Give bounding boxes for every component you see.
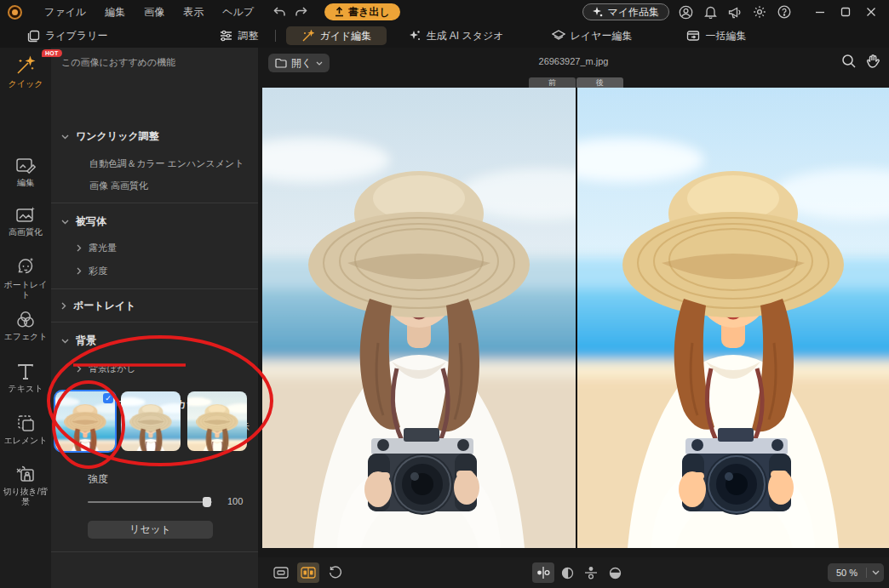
filter-thumbnail-2[interactable] xyxy=(121,391,181,451)
section-portrait-label: ポートレイト xyxy=(73,299,135,313)
panel-header: この画像におすすめの機能 xyxy=(61,56,175,69)
rail-item-text[interactable]: テキスト xyxy=(0,363,51,394)
account-icon[interactable] xyxy=(677,3,694,20)
tab-guided-edit[interactable]: ガイド編集 xyxy=(286,26,387,45)
compare-split-horizontal-button[interactable] xyxy=(604,562,626,583)
section-portrait[interactable]: ポートレイト xyxy=(61,299,135,313)
rail-label-cutout-background: 切り抜き/背景 xyxy=(2,487,49,507)
help-icon[interactable] xyxy=(776,3,793,20)
announcement-icon[interactable] xyxy=(726,3,743,20)
strength-value: 100 xyxy=(227,496,243,506)
section-subject[interactable]: 被写体 xyxy=(61,214,106,229)
layers-icon xyxy=(552,30,565,42)
notifications-icon[interactable] xyxy=(702,3,719,20)
rail-label-edit: 編集 xyxy=(2,178,49,188)
item-saturation[interactable]: 彩度 xyxy=(77,265,107,277)
hand-pan-icon[interactable] xyxy=(865,54,880,69)
split-view-button[interactable] xyxy=(297,562,319,583)
item-background-blur[interactable]: 背景ぼかし xyxy=(77,363,136,375)
my-works-button[interactable]: マイ作品集 xyxy=(582,3,669,20)
minimize-button[interactable] xyxy=(809,3,831,20)
rail-item-cutout-background[interactable]: 切り抜き/背景 xyxy=(0,465,51,507)
sparkle-icon xyxy=(593,7,603,17)
section-background-label: 背景 xyxy=(76,334,96,348)
tab-after-label: 後 xyxy=(596,78,604,87)
tab-library-label: ライブラリー xyxy=(45,29,107,43)
single-view-button[interactable] xyxy=(270,562,292,583)
settings-gear-icon[interactable] xyxy=(751,3,768,20)
cutout-icon xyxy=(15,465,36,484)
rail-item-edit[interactable]: 編集 xyxy=(0,157,51,188)
strength-label: 強度 xyxy=(88,472,108,487)
export-button[interactable]: 書き出し xyxy=(324,3,400,20)
menu-file[interactable]: ファイル xyxy=(37,3,94,22)
tab-library[interactable]: ライブラリー xyxy=(20,26,114,45)
export-label: 書き出し xyxy=(348,5,390,20)
item-exposure[interactable]: 露光量 xyxy=(77,242,117,254)
zoom-level-value: 50 % xyxy=(828,568,866,578)
tab-adjust[interactable]: 調整 xyxy=(213,26,265,45)
quick-wand-icon: HOT xyxy=(14,54,37,77)
reset-button[interactable]: リセット xyxy=(88,521,213,539)
strength-slider[interactable] xyxy=(88,501,212,503)
rail-item-portrait[interactable]: ポートレイト xyxy=(0,257,51,300)
section-background[interactable]: 背景 xyxy=(61,334,96,348)
item-auto-color-enhance-label: 自動色調＆カラー エンハンスメント xyxy=(89,157,244,170)
rail-item-enhance[interactable]: 高画質化 xyxy=(0,206,51,237)
tab-layer-edit-label: レイヤー編集 xyxy=(571,29,633,43)
chevron-down-icon xyxy=(61,339,69,344)
reset-button-label: リセット xyxy=(129,522,171,537)
photo-after[interactable] xyxy=(576,88,889,548)
compare-side-by-side-button[interactable] xyxy=(532,562,554,583)
undo-icon[interactable] xyxy=(273,7,286,18)
rail-label-effects: エフェクト xyxy=(2,332,49,342)
section-one-click[interactable]: ワンクリック調整 xyxy=(61,129,159,144)
section-one-click-label: ワンクリック調整 xyxy=(76,129,159,144)
maximize-button[interactable] xyxy=(835,3,857,20)
rail-item-quick[interactable]: HOT クイック xyxy=(0,54,51,89)
menu-help[interactable]: ヘルプ xyxy=(215,3,261,22)
item-image-enhance[interactable]: 画像 高画質化 xyxy=(89,180,148,192)
filter-thumbnail-2-preview xyxy=(121,391,181,451)
rail-label-elements: エレメント xyxy=(2,436,49,446)
tab-gen-ai-studio[interactable]: 生成 AI スタジオ xyxy=(402,26,510,45)
rail-label-portrait: ポートレイト xyxy=(2,280,49,300)
filter-thumbnail-3[interactable] xyxy=(187,391,247,451)
compare-top-bottom-button[interactable] xyxy=(580,562,602,583)
chevron-down-icon xyxy=(61,134,69,140)
rail-label-enhance: 高画質化 xyxy=(2,227,49,237)
zoom-level-dropdown[interactable]: 50 % xyxy=(828,563,884,582)
panel-divider xyxy=(51,203,258,203)
batch-edit-icon xyxy=(686,30,700,42)
tab-before-label: 前 xyxy=(548,78,556,87)
section-subject-label: 被写体 xyxy=(76,214,106,229)
history-restore-icon[interactable] xyxy=(324,562,347,583)
menu-edit[interactable]: 編集 xyxy=(97,3,133,22)
item-auto-color-enhance[interactable]: 自動色調＆カラー エンハンスメント xyxy=(89,157,244,170)
strength-slider-handle[interactable] xyxy=(203,497,211,507)
tab-batch-edit[interactable]: 一括編集 xyxy=(680,26,753,45)
item-exposure-label: 露光量 xyxy=(89,242,117,254)
photo-before[interactable] xyxy=(262,88,576,548)
rail-item-elements[interactable]: エレメント xyxy=(0,414,51,446)
selected-check-icon: ✓ xyxy=(103,393,113,403)
redo-icon[interactable] xyxy=(295,7,307,18)
tool-rail: HOT クイック 編集 高画質化 ポートレイト エフェクト テキスト エレメント… xyxy=(0,48,51,588)
compare-split-vertical-button[interactable] xyxy=(556,562,578,583)
search-icon[interactable] xyxy=(841,54,857,69)
close-button[interactable] xyxy=(860,3,882,20)
mode-separator xyxy=(275,30,276,42)
sliders-icon xyxy=(220,30,232,42)
tab-layer-edit[interactable]: レイヤー編集 xyxy=(545,26,640,45)
filter-thumbnail-3-preview xyxy=(187,391,247,451)
menu-image[interactable]: 画像 xyxy=(136,3,172,22)
chevron-right-icon xyxy=(77,244,82,252)
filter-thumbnail-1[interactable]: ✓ xyxy=(55,391,115,451)
photo-before-image xyxy=(262,88,576,548)
panel-divider xyxy=(51,551,258,552)
menu-view[interactable]: 表示 xyxy=(175,3,211,22)
filename-label: 26963927_m.jpg xyxy=(258,56,889,66)
rail-label-text: テキスト xyxy=(2,384,49,394)
rail-item-effects[interactable]: エフェクト xyxy=(0,310,51,342)
tab-batch-edit-label: 一括編集 xyxy=(705,29,746,43)
